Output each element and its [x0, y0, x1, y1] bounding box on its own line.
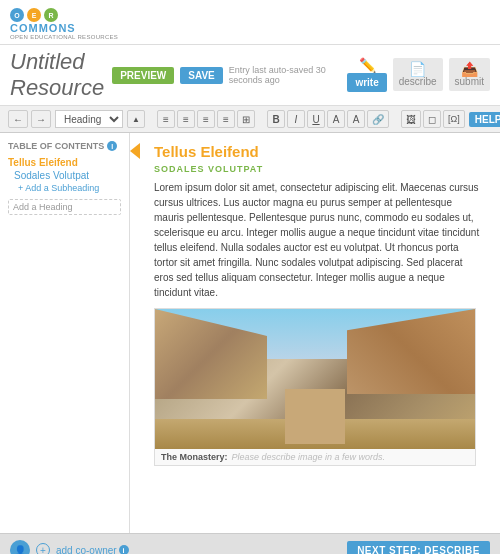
write-label: write [347, 73, 386, 92]
plus-circle-icon[interactable]: + [36, 543, 50, 554]
list-group: ≡ ≡ ≡ ≡ ⊞ [157, 110, 255, 128]
sidebar-item-subchild[interactable]: + Add a Subheading [8, 183, 121, 193]
write-button[interactable]: ✏️ write [347, 58, 386, 92]
sidebar-item-child[interactable]: Sodales Volutpat [8, 170, 121, 181]
toolbar: ← → Heading ▲ ≡ ≡ ≡ ≡ ⊞ B I U A A 🔗 🖼 ◻ … [0, 106, 500, 133]
submit-button[interactable]: 📤 submit [449, 58, 490, 92]
avatar-icon: 👤 [10, 540, 30, 554]
describe-label: 📄 describe [393, 58, 443, 91]
font-size-btn[interactable]: ▲ [127, 110, 145, 128]
footer-right: NEXT STEP: DESCRIBE [347, 541, 490, 555]
content-area: Tellus Eleifend SODALES VOLUTPAT Lorem i… [130, 133, 500, 533]
highlight-button[interactable]: A [347, 110, 365, 128]
footer-left: 👤 + add co-owner i [10, 540, 129, 554]
header: O E R COMMONS OPEN EDUCATIONAL RESOURCES [0, 0, 500, 45]
special-button[interactable]: [Ω] [443, 110, 465, 128]
describe-icon: 📄 [409, 62, 426, 76]
redo-button[interactable]: → [31, 110, 51, 128]
title-actions: PREVIEW SAVE Entry last auto-saved 30 se… [112, 58, 490, 92]
embed-button[interactable]: ◻ [423, 110, 441, 128]
color-button[interactable]: A [327, 110, 345, 128]
italic-button[interactable]: I [287, 110, 305, 128]
info-icon: i [107, 141, 117, 151]
image-button[interactable]: 🖼 [401, 110, 421, 128]
bold-button[interactable]: B [267, 110, 285, 128]
logo-sub: OPEN EDUCATIONAL RESOURCES [10, 34, 118, 40]
table-button[interactable]: ⊞ [237, 110, 255, 128]
sidebar-add-heading[interactable]: Add a Heading [8, 199, 121, 215]
subsection-heading: SODALES VOLUTPAT [154, 164, 488, 174]
next-step-button[interactable]: NEXT STEP: DESCRIBE [347, 541, 490, 555]
describe-button[interactable]: 📄 describe [393, 58, 443, 92]
ol-button[interactable]: ≡ [177, 110, 195, 128]
title-bar: Untitled Resource PREVIEW SAVE Entry las… [0, 45, 500, 106]
toolbar-nav: ← → [8, 110, 51, 128]
logo-circles: O E R [10, 8, 58, 22]
media-group: 🖼 ◻ [Ω] [401, 110, 465, 128]
logo-r: R [44, 8, 58, 22]
info-icon-coowner: i [119, 545, 129, 554]
sidebar: TABLE OF CONTENTS i Tellus Eleifend Soda… [0, 133, 130, 533]
write-icon: ✏️ [359, 58, 376, 72]
image-placeholder [155, 309, 475, 449]
link-button[interactable]: 🔗 [367, 110, 389, 128]
indent-right-button[interactable]: ≡ [217, 110, 235, 128]
underline-button[interactable]: U [307, 110, 325, 128]
ul-button[interactable]: ≡ [157, 110, 175, 128]
autosave-text: Entry last auto-saved 30 seconds ago [229, 65, 342, 85]
indent-left-button[interactable]: ≡ [197, 110, 215, 128]
submit-icon: 📤 [461, 62, 478, 76]
footer: 👤 + add co-owner i NEXT STEP: DESCRIBE [0, 533, 500, 554]
help-button[interactable]: HELP [469, 112, 500, 127]
submit-label: 📤 submit [449, 58, 490, 91]
image-container: The Monastery: Please describe image in … [154, 308, 476, 466]
action-buttons: ✏️ write 📄 describe 📤 submit [347, 58, 490, 92]
body-text: Lorem ipsum dolor sit amet, consectetur … [154, 180, 484, 300]
logo-o: O [10, 8, 24, 22]
image-caption: The Monastery: Please describe image in … [155, 449, 475, 465]
caption-bold: The Monastery: [161, 452, 228, 462]
sidebar-title: TABLE OF CONTENTS i [8, 141, 121, 151]
style-select[interactable]: Heading [55, 110, 123, 128]
sidebar-item-active[interactable]: Tellus Eleifend [8, 157, 121, 168]
main-layout: TABLE OF CONTENTS i Tellus Eleifend Soda… [0, 133, 500, 533]
caption-placeholder: Please describe image in a few words. [232, 452, 386, 462]
preview-button[interactable]: PREVIEW [112, 67, 174, 84]
logo-e: E [27, 8, 41, 22]
section-heading: Tellus Eleifend [154, 143, 488, 160]
content-marker [130, 143, 140, 159]
add-coowner-button[interactable]: add co-owner i [56, 545, 129, 555]
format-group: B I U A A 🔗 [267, 110, 389, 128]
save-button[interactable]: SAVE [180, 67, 223, 84]
page-title: Untitled Resource [10, 49, 104, 101]
petra-building [285, 389, 345, 444]
undo-button[interactable]: ← [8, 110, 28, 128]
logo-text: COMMONS [10, 23, 76, 34]
add-coowner-label: add co-owner [56, 545, 117, 555]
logo: O E R COMMONS OPEN EDUCATIONAL RESOURCES [10, 8, 118, 40]
